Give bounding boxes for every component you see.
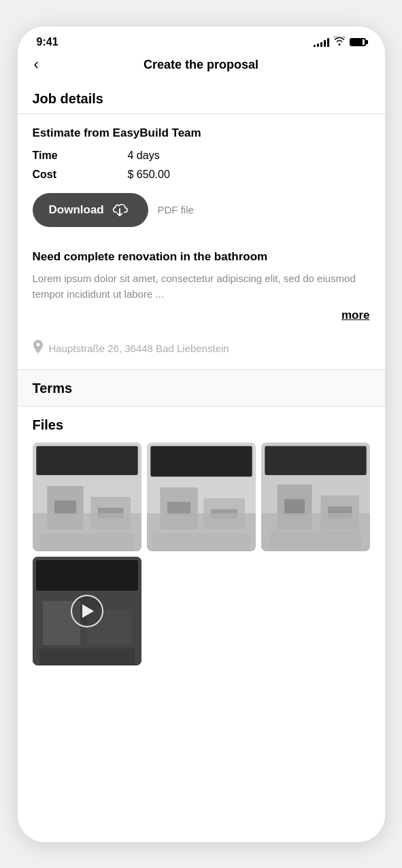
svg-rect-4 (39, 533, 134, 551)
status-bar: 9:41 (18, 27, 385, 52)
svg-rect-13 (210, 509, 237, 519)
download-row: Download PDF file (33, 193, 370, 227)
download-button[interactable]: Download (33, 193, 148, 227)
svg-rect-12 (167, 502, 190, 515)
svg-rect-11 (152, 533, 250, 551)
status-time: 9:41 (37, 36, 58, 48)
svg-rect-8 (150, 446, 252, 476)
svg-rect-15 (265, 446, 366, 475)
svg-rect-22 (36, 560, 138, 591)
file-image-3[interactable] (261, 442, 370, 551)
description-text: Lorem ipsum dolor sit amet, consectetur … (33, 271, 370, 302)
files-section: Files (18, 406, 385, 676)
cost-row: Cost $ 650.00 (33, 169, 370, 181)
location-icon (33, 340, 44, 357)
download-icon (111, 203, 129, 218)
nav-header: ‹ Create the proposal (18, 52, 385, 80)
file-image-1[interactable] (33, 442, 141, 551)
svg-rect-3 (90, 497, 131, 530)
job-details-header: Job details (18, 80, 385, 114)
play-icon (82, 604, 94, 618)
time-label: Time (33, 150, 87, 162)
back-button[interactable]: ‹ (31, 54, 41, 75)
estimate-section: Estimate from EasyBuild Team Time 4 days… (18, 114, 385, 239)
estimate-heading: Estimate from EasyBuild Team (33, 126, 370, 140)
location-text: Hauptstraße 26, 36448 Bad Liebenstein (49, 343, 229, 354)
svg-rect-18 (269, 531, 361, 551)
cost-label: Cost (33, 169, 87, 181)
pdf-label: PDF file (158, 204, 194, 215)
video-thumbnail[interactable] (33, 557, 141, 665)
status-icons (314, 36, 366, 48)
time-row: Time 4 days (33, 150, 370, 162)
phone-frame: 9:41 ‹ Create (18, 27, 385, 842)
svg-rect-20 (328, 506, 352, 519)
download-label: Download (49, 203, 104, 217)
job-details-title: Job details (33, 91, 103, 106)
svg-rect-6 (98, 508, 123, 519)
files-grid (33, 442, 370, 551)
time-value: 4 days (128, 150, 160, 162)
svg-rect-5 (54, 500, 76, 515)
svg-rect-10 (203, 498, 245, 530)
location-row: Hauptstraße 26, 36448 Bad Liebenstein (18, 333, 385, 369)
main-content: Job details Estimate from EasyBuild Team… (18, 80, 385, 842)
battery-icon (350, 38, 366, 46)
svg-rect-19 (284, 499, 305, 515)
play-button[interactable] (71, 595, 103, 627)
cost-value: $ 650.00 (128, 169, 170, 181)
more-link[interactable]: more (33, 309, 370, 322)
terms-section: Terms (18, 370, 385, 406)
description-section: Need complete renovation in the bathroom… (18, 239, 385, 334)
wifi-icon (333, 36, 346, 48)
signal-icon (314, 37, 329, 47)
files-title: Files (33, 417, 370, 433)
description-title: Need complete renovation in the bathroom (33, 250, 370, 264)
page-title: Create the proposal (144, 58, 258, 72)
svg-rect-1 (36, 446, 137, 475)
svg-rect-25 (39, 648, 135, 665)
file-image-2[interactable] (147, 442, 256, 551)
terms-title: Terms (33, 381, 73, 396)
